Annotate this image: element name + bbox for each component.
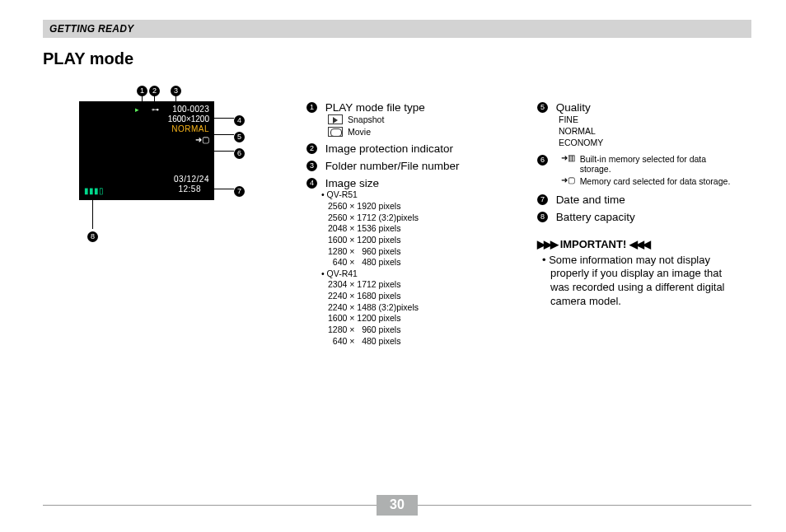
pixel-line: 1280 × 960 pixels	[328, 246, 512, 258]
image-size-display: 1600×1200	[168, 114, 209, 124]
important-heading: ▶▶▶ IMPORTANT! ◀◀◀	[537, 238, 743, 250]
num-5: 5	[537, 102, 548, 113]
important-label: IMPORTANT!	[560, 238, 627, 250]
legend-item-4: 4 Image size • QV-R51 2560 × 1920 pixels…	[306, 177, 512, 347]
pixel-line: 1280 × 960 pixels	[328, 324, 512, 336]
card-mem-icon: ➜▢	[561, 176, 575, 184]
legend-item-8: 8 Battery capacity	[537, 211, 743, 223]
callout-5: 5	[234, 129, 245, 142]
model-1: • QV-R51	[321, 189, 512, 201]
pixel-line: 2048 × 1536 pixels	[328, 223, 512, 235]
pixel-line: 1600 × 1200 pixels	[328, 235, 512, 246]
pixel-line: 2560 × 1712 (3:2)pixels	[328, 212, 512, 224]
pixel-line: 2304 × 1712 pixels	[328, 279, 512, 291]
footer-rule	[43, 505, 377, 506]
quality-option: ECONOMY	[559, 137, 743, 148]
date-display: 03/12/24	[174, 175, 209, 184]
quality-option: FINE	[559, 114, 743, 125]
num-7: 7	[537, 194, 548, 205]
legend-col-1: 1 PLAY mode file type Snapshot Movie 2 I…	[306, 101, 512, 352]
legend-title: Image size	[325, 177, 379, 189]
snapshot-icon	[328, 114, 343, 124]
legend-columns: 1 PLAY mode file type Snapshot Movie 2 I…	[306, 101, 743, 352]
screen-column: 1 2 3 4 5 6 7 8 ▸ ⊶ 100-0023 1600×1200 N…	[43, 101, 306, 352]
legend-item-1: 1 PLAY mode file type Snapshot Movie	[306, 101, 512, 138]
legend-item-7: 7 Date and time	[537, 194, 743, 206]
callout-4: 4	[234, 113, 245, 126]
lead-line	[214, 118, 234, 119]
builtin-mem-icon: ➜▥	[561, 154, 575, 162]
pixel-line: 2560 × 1920 pixels	[328, 201, 512, 212]
legend-item-2: 2 Image protection indicator	[306, 142, 512, 155]
content-area: 1 2 3 4 5 6 7 8 ▸ ⊶ 100-0023 1600×1200 N…	[43, 101, 751, 352]
quality-display: NORMAL	[171, 124, 209, 133]
legend-title: Image protection indicator	[325, 142, 453, 155]
time-display: 12:58	[178, 184, 201, 194]
snapshot-label: Snapshot	[348, 114, 384, 125]
callout-7: 7	[234, 184, 245, 197]
mark-right-icon: ◀◀◀	[629, 238, 649, 250]
legend-title: Battery capacity	[556, 211, 635, 223]
card-mem-label: Memory card selected for data storage.	[580, 176, 731, 186]
legend-item-3: 3 Folder number/File number	[306, 160, 512, 172]
lead-line	[214, 189, 234, 189]
movie-label: Movie	[348, 126, 371, 138]
pixel-line: 640 × 480 pixels	[328, 257, 512, 268]
pixel-line: 640 × 480 pixels	[328, 336, 512, 348]
play-mode-icon: ▸	[135, 105, 139, 114]
page-footer: 30	[43, 495, 751, 516]
num-2: 2	[306, 143, 317, 154]
folder-file-display: 100-0023	[172, 105, 209, 114]
num-1: 1	[306, 102, 317, 113]
legend-col-2: 5 Quality FINE NORMAL ECONOMY 6 ➜▥Built-…	[537, 101, 743, 352]
pixel-line: 2240 × 1680 pixels	[328, 291, 512, 302]
lead-line	[214, 151, 234, 152]
pixel-line: 2240 × 1488 (3:2)pixels	[328, 302, 512, 314]
mark-left-icon: ▶▶▶	[537, 238, 557, 250]
builtin-mem-label: Built-in memory selected for data storag…	[580, 154, 734, 174]
movie-icon	[328, 127, 343, 137]
important-text: Some information may not display properl…	[550, 254, 743, 310]
callout-6: 6	[234, 146, 245, 159]
legend-title: PLAY mode file type	[325, 101, 425, 114]
legend-title: Date and time	[556, 194, 625, 206]
num-8: 8	[537, 212, 548, 222]
legend-title: Quality	[556, 101, 591, 114]
lead-line	[92, 200, 93, 229]
lead-line	[214, 134, 234, 135]
model-2: • QV-R41	[321, 268, 512, 280]
num-4: 4	[306, 178, 317, 189]
page-title: PLAY mode	[43, 49, 751, 68]
footer-rule	[418, 505, 751, 506]
legend-title: Folder number/File number	[325, 160, 460, 172]
page-number: 30	[377, 495, 418, 516]
quality-option: NORMAL	[559, 125, 743, 137]
memory-icon: ➜▢	[195, 135, 209, 144]
pixel-line: 1600 × 1200 pixels	[328, 313, 512, 324]
lock-icon: ⊶	[152, 105, 159, 114]
callout-8: 8	[87, 229, 98, 242]
legend-item-5: 5 Quality FINE NORMAL ECONOMY	[537, 101, 743, 149]
num-6: 6	[537, 155, 548, 166]
num-3: 3	[306, 161, 317, 171]
legend-item-6: 6 ➜▥Built-in memory selected for data st…	[537, 154, 743, 189]
section-header: GETTING READY	[43, 20, 751, 38]
battery-icon: ▮▮▮▯	[84, 186, 104, 195]
lcd-screen: ▸ ⊶ 100-0023 1600×1200 NORMAL ➜▢ 03/12/2…	[79, 101, 214, 200]
